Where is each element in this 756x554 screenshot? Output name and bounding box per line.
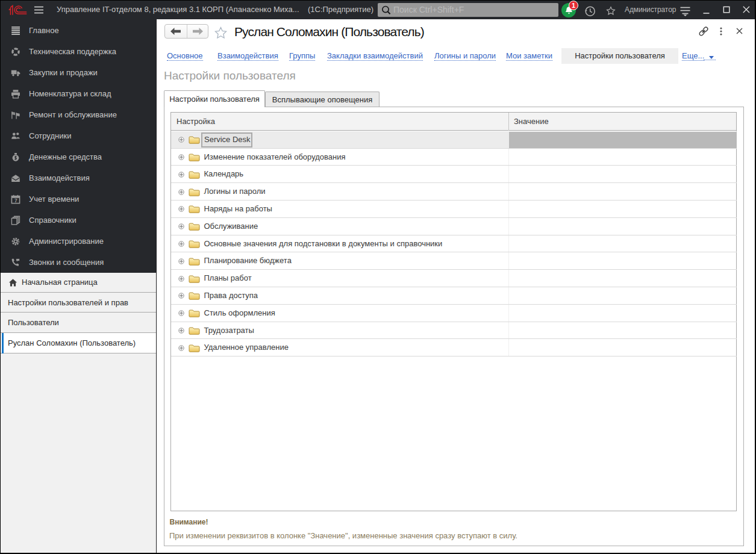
svg-text:7: 7	[14, 198, 17, 204]
